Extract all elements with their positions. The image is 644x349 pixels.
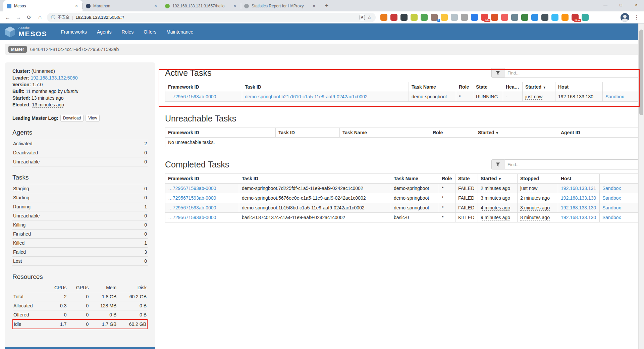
col-task-id[interactable]: Task ID bbox=[276, 128, 340, 138]
tab-close-icon[interactable]: × bbox=[153, 3, 158, 9]
extension-icon[interactable] bbox=[501, 14, 508, 21]
col-state[interactable]: State bbox=[455, 174, 478, 184]
address-bar[interactable]: ⓘ 不安全 | 192.168.133.132:5050/#/ A ☆ bbox=[47, 13, 376, 22]
extension-icon[interactable] bbox=[421, 14, 428, 21]
framework-id-link[interactable]: …7295671593ab-0000 bbox=[168, 215, 216, 220]
host-link[interactable]: 192.168.133.131 bbox=[561, 186, 596, 191]
table-row: Finished0 bbox=[12, 230, 148, 239]
bookmark-star-icon[interactable]: ☆ bbox=[367, 14, 372, 20]
col-agent-id[interactable]: Agent ID bbox=[558, 128, 639, 138]
host-link[interactable]: 192.168.133.130 bbox=[561, 195, 596, 201]
scrollbar-thumb[interactable] bbox=[639, 30, 643, 115]
tab-mesos[interactable]: Mesos × bbox=[3, 0, 83, 11]
col-task-name[interactable]: Task Name bbox=[340, 128, 430, 138]
extension-icon[interactable] bbox=[582, 14, 589, 21]
profile-avatar[interactable] bbox=[621, 13, 629, 22]
extension-icon[interactable] bbox=[461, 14, 468, 21]
extension-icon[interactable] bbox=[441, 14, 448, 21]
col-task-id[interactable]: Task ID bbox=[239, 174, 391, 184]
extension-icon[interactable]: 1 bbox=[431, 14, 438, 21]
tab-close-icon[interactable]: × bbox=[311, 3, 317, 9]
col-task-name[interactable]: Task Name bbox=[409, 82, 456, 92]
log-download-button[interactable]: Download bbox=[60, 115, 84, 121]
host-link[interactable]: 192.168.133.130 bbox=[561, 205, 596, 210]
extension-icon[interactable] bbox=[471, 14, 478, 21]
tab-haproxy-stats[interactable]: Statistics Report for HAProxy × bbox=[241, 0, 320, 11]
extension-icon[interactable] bbox=[541, 14, 548, 21]
browser-menu-icon[interactable]: ⋮ bbox=[633, 14, 640, 20]
tab-close-icon[interactable]: × bbox=[74, 3, 79, 9]
stat-label: Unreachable bbox=[12, 211, 131, 220]
sandbox-link[interactable]: Sandbox bbox=[605, 94, 624, 99]
col-task-name[interactable]: Task Name bbox=[391, 174, 439, 184]
extension-icon[interactable]: 99+ bbox=[481, 14, 488, 21]
col-health[interactable]: Health bbox=[503, 82, 523, 92]
tab-hello-app[interactable]: 192.168.133.131:31657/hello × bbox=[162, 0, 241, 11]
back-icon[interactable]: ← bbox=[3, 13, 13, 22]
completed-tasks-find-input[interactable] bbox=[504, 159, 639, 169]
framework-id-link[interactable]: …7295671593ab-0000 bbox=[168, 195, 216, 201]
col-framework-id[interactable]: Framework ID bbox=[165, 174, 239, 184]
extension-icon[interactable] bbox=[551, 14, 558, 21]
extension-icon[interactable] bbox=[380, 14, 387, 21]
extension-icon[interactable] bbox=[561, 14, 569, 21]
leader-link[interactable]: 192.168.133.132:5050 bbox=[31, 75, 77, 81]
col-role[interactable]: Role bbox=[456, 82, 473, 92]
col-framework-id[interactable]: Framework ID bbox=[165, 128, 276, 138]
col-role[interactable]: Role bbox=[439, 174, 455, 184]
filter-icon[interactable] bbox=[491, 68, 504, 78]
sidebar-bottom-strip bbox=[5, 347, 155, 349]
framework-id-link[interactable]: …7295671593ab-0000 bbox=[168, 94, 216, 99]
home-icon[interactable]: ⌂ bbox=[35, 13, 45, 22]
framework-id-link[interactable]: …7295671593ab-0000 bbox=[168, 186, 216, 191]
mesos-brand[interactable]: Apache MESOS bbox=[5, 26, 47, 38]
extension-icon[interactable] bbox=[511, 14, 518, 21]
col-started[interactable]: Started ▼ bbox=[523, 82, 555, 92]
log-view-button[interactable]: View bbox=[86, 115, 100, 121]
extension-icon[interactable] bbox=[451, 14, 458, 21]
new-tab-button[interactable]: + bbox=[322, 1, 331, 10]
task-id-link[interactable]: demo-springboot.b217f610-c1a5-11e9-aaf9-… bbox=[245, 94, 368, 99]
extension-icon[interactable] bbox=[531, 14, 538, 21]
sandbox-link[interactable]: Sandbox bbox=[602, 205, 621, 210]
col-started[interactable]: Started ▼ bbox=[478, 174, 518, 184]
extension-icon[interactable] bbox=[491, 14, 498, 21]
minimize-icon[interactable]: — bbox=[598, 0, 613, 10]
nav-item-offers[interactable]: Offers bbox=[139, 23, 161, 40]
sandbox-link[interactable]: Sandbox bbox=[602, 195, 621, 201]
col-framework-id[interactable]: Framework ID bbox=[165, 82, 242, 92]
filter-icon[interactable] bbox=[491, 159, 504, 169]
page-info-icon[interactable]: ⓘ bbox=[51, 14, 55, 20]
sandbox-link[interactable]: Sandbox bbox=[602, 215, 621, 220]
framework-id-link[interactable]: …7295671593ab-0000 bbox=[168, 205, 216, 210]
translate-icon[interactable]: A bbox=[360, 15, 365, 20]
tab-marathon[interactable]: Marathon × bbox=[83, 0, 162, 11]
nav-item-roles[interactable]: Roles bbox=[116, 23, 139, 40]
nav-item-frameworks[interactable]: Frameworks bbox=[56, 23, 92, 40]
col-host[interactable]: Host bbox=[555, 82, 603, 92]
extension-icon[interactable] bbox=[400, 14, 408, 21]
col-role[interactable]: Role bbox=[430, 128, 475, 138]
forward-icon[interactable]: → bbox=[13, 13, 23, 22]
nav-item-agents[interactable]: Agents bbox=[92, 23, 117, 40]
scrollbar[interactable] bbox=[638, 23, 644, 349]
col-host[interactable]: Host bbox=[558, 174, 600, 184]
stat-value: 2 bbox=[131, 139, 148, 148]
nav-item-maintenance[interactable]: Maintenance bbox=[161, 23, 198, 40]
active-tasks-find-input[interactable] bbox=[504, 68, 639, 78]
col-stopped[interactable]: Stopped bbox=[518, 174, 558, 184]
col-started[interactable]: Started ▼ bbox=[475, 128, 558, 138]
sandbox-link[interactable]: Sandbox bbox=[602, 186, 621, 191]
col-task-id[interactable]: Task ID bbox=[242, 82, 409, 92]
extension-icon[interactable] bbox=[411, 14, 418, 21]
refresh-icon[interactable]: ⟳ bbox=[24, 13, 34, 22]
url-text[interactable]: 192.168.133.132:5050/#/ bbox=[75, 15, 357, 20]
close-icon[interactable]: × bbox=[629, 0, 644, 10]
extension-icon[interactable] bbox=[390, 14, 397, 21]
maximize-icon[interactable]: □ bbox=[613, 0, 629, 10]
extension-icon[interactable] bbox=[521, 14, 528, 21]
extension-icon[interactable]: New bbox=[572, 14, 579, 21]
host-link[interactable]: 192.168.133.130 bbox=[561, 215, 596, 220]
col-state[interactable]: State bbox=[473, 82, 503, 92]
tab-close-icon[interactable]: × bbox=[232, 3, 237, 9]
